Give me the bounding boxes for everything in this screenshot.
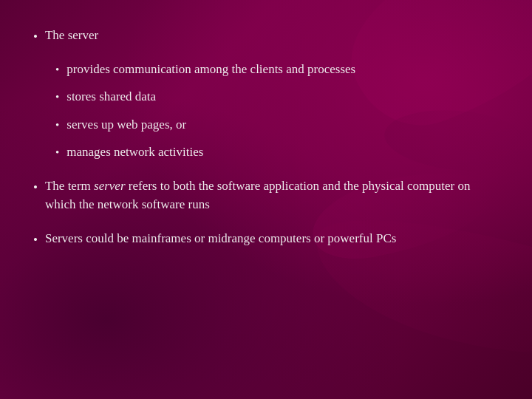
bullet-dot-server: • [33,27,38,47]
bullet-stores-text: stores shared data [66,87,499,106]
bullet-server-text: The server [45,26,499,45]
bullet-manages-text: manages network activities [66,143,499,162]
bullet-provides: • provides communication among the clien… [33,60,499,79]
bullet-server-group: • The server • provides communication am… [33,26,499,162]
bullet-term: • The term server refers to both the sof… [33,177,499,214]
bullet-serves-text: serves up web pages, or [66,115,499,134]
bullet-mainframes: • Servers could be mainframes or midrang… [33,229,499,250]
bullet-term-group: • The term server refers to both the sof… [33,177,499,214]
bullet-dot-mainframes: • [33,231,38,250]
bullet-dot-term: • [33,178,38,197]
bullet-dot-manages: • [55,144,59,161]
main-content: • The server • provides communication am… [0,0,532,290]
server-sub-bullets: • provides communication among the clien… [33,60,499,162]
bullet-mainframes-text: Servers could be mainframes or midrange … [45,229,499,248]
bullet-mainframes-group: • Servers could be mainframes or midrang… [33,229,499,250]
bullet-manages: • manages network activities [33,143,499,162]
term-text-before: The term [45,179,94,193]
bullet-serves: • serves up web pages, or [33,115,499,134]
term-text-italic: server [94,179,125,193]
bullet-dot-stores: • [55,89,59,106]
bullet-dot-provides: • [55,61,59,78]
bullet-provides-text: provides communication among the clients… [66,60,499,79]
bullet-server: • The server [33,26,499,47]
bullet-dot-serves: • [55,117,59,134]
bullet-term-text: The term server refers to both the softw… [45,177,499,214]
bullet-stores: • stores shared data [33,87,499,106]
